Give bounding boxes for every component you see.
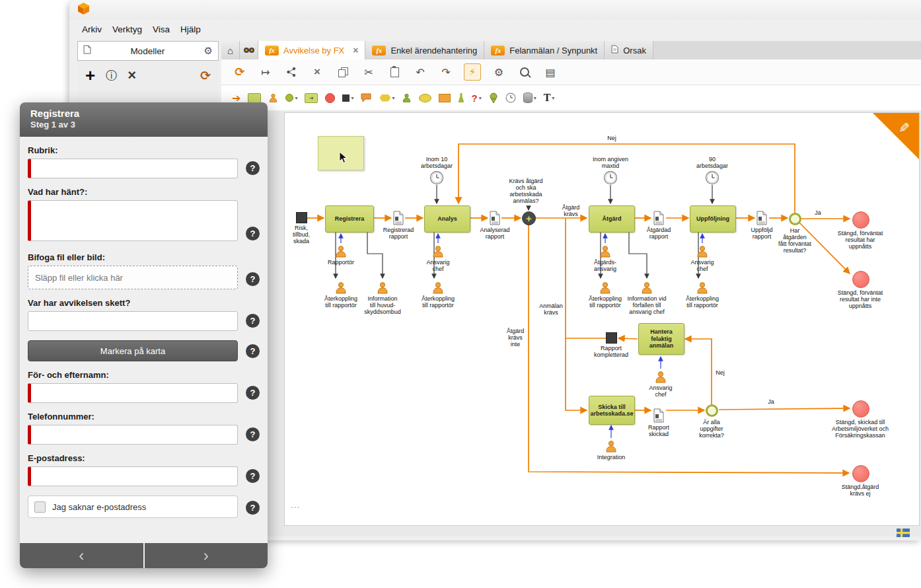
end-node[interactable] (852, 400, 869, 418)
help-icon[interactable]: ? (246, 386, 260, 400)
palette-database-icon[interactable]: ▾ (523, 92, 536, 103)
quick-mode-icon[interactable]: ⚡ (464, 63, 481, 81)
palette-pin-icon[interactable] (489, 92, 498, 104)
add-model-button[interactable]: + (85, 67, 95, 84)
text-input[interactable] (28, 159, 238, 178)
redo-icon[interactable]: ↷ (438, 64, 454, 80)
report-doc-icon[interactable] (756, 211, 768, 228)
task-node[interactable]: Uppföljning (690, 205, 736, 233)
map-button[interactable]: Markera på karta (28, 340, 238, 361)
next-step-button[interactable]: › (145, 543, 268, 568)
report-doc-icon[interactable] (392, 211, 404, 228)
task-node[interactable]: Hantera felaktig anmälan (638, 323, 684, 355)
menu-hjalp[interactable]: Hjälp (176, 22, 205, 36)
timer-icon[interactable] (603, 170, 618, 188)
status-node[interactable] (606, 332, 617, 344)
palette-rect-icon[interactable] (439, 94, 451, 102)
help-icon[interactable]: ? (246, 314, 260, 328)
menu-verktyg[interactable]: Verktyg (108, 22, 147, 36)
tab-enkel-arendehantering[interactable]: fx Enkel ärendehantering (365, 41, 484, 59)
task-node[interactable]: Åtgärd (589, 205, 635, 233)
text-input[interactable] (28, 311, 238, 331)
palette-end-icon[interactable] (325, 93, 335, 103)
swedish-flag-icon[interactable] (897, 528, 910, 540)
screen: Arkiv Verktyg Visa Hjälp Modeller ⚙ + ⓘ … (0, 0, 921, 588)
help-icon[interactable]: ? (246, 227, 260, 240)
refresh-icon[interactable]: ⟳ (232, 64, 248, 80)
close-tab-icon[interactable]: × (353, 45, 358, 55)
diagram-page[interactable]: ✎ ⋯ RegistreraAnalysÅtgärdUppföljningHan… (284, 112, 920, 526)
cut-icon[interactable]: ✂ (361, 64, 377, 80)
checkbox[interactable] (34, 501, 46, 513)
palette-actor-green-icon[interactable] (402, 93, 412, 103)
palette-task-arrow-icon[interactable] (305, 93, 318, 103)
copy-icon[interactable] (335, 64, 351, 80)
tab-avvikelse[interactable]: fx Avvikelse by FX × (258, 41, 365, 60)
text-input[interactable] (28, 466, 238, 486)
share-icon[interactable] (283, 64, 299, 80)
checkbox-row[interactable]: Jag saknar e-postadress (28, 496, 238, 518)
palette-text-icon[interactable]: T▾ (544, 92, 555, 104)
palette-comment-icon[interactable] (361, 93, 372, 103)
paste-icon[interactable] (387, 64, 402, 80)
status-node[interactable] (296, 212, 307, 223)
end-node[interactable] (852, 465, 869, 482)
task-node[interactable]: Analys (424, 205, 470, 233)
prev-step-button[interactable]: ‹ (20, 543, 143, 568)
help-icon[interactable]: ? (246, 427, 260, 441)
palette-ellipse-icon[interactable] (419, 94, 431, 102)
end-node[interactable] (852, 271, 869, 288)
report-doc-icon[interactable] (653, 211, 665, 228)
help-icon[interactable]: ? (246, 501, 260, 515)
report-doc-icon[interactable] (653, 408, 665, 425)
delete-icon[interactable]: × (309, 64, 325, 80)
node-label: Har åtgärden fått förväntat resultat? (774, 227, 816, 254)
help-icon[interactable]: ? (246, 161, 260, 175)
help-icon[interactable]: ? (246, 469, 260, 483)
palette-actor-orange-icon[interactable] (268, 93, 278, 103)
task-node[interactable]: Skicka till arbetsskada.se (589, 396, 635, 425)
palette-timer-icon[interactable] (505, 92, 516, 103)
textarea-input[interactable] (28, 200, 238, 241)
page-corner-fold[interactable] (873, 113, 919, 159)
tab-orsak[interactable]: Orsak (605, 41, 653, 59)
tab-felanmalan-synpunkt[interactable]: fx Felanmälan / Synpunkt (484, 41, 605, 59)
palette-question-icon[interactable]: ?▾ (471, 92, 481, 104)
palette-status-icon[interactable]: ▾ (342, 94, 353, 102)
timer-icon[interactable] (429, 170, 444, 188)
palette-decision-icon[interactable]: ▾ (379, 94, 394, 102)
zoom-icon[interactable] (517, 64, 533, 80)
or-gateway-node[interactable] (706, 404, 718, 417)
menu-visa[interactable]: Visa (148, 22, 174, 36)
report-doc-icon[interactable] (489, 211, 501, 228)
plus-gateway-node[interactable]: + (522, 211, 536, 225)
end-node[interactable] (852, 211, 869, 229)
dialog-header[interactable]: Registrera Steg 1 av 3 (20, 102, 268, 137)
undo-icon[interactable]: ↶ (412, 64, 428, 80)
menu-arkiv[interactable]: Arkiv (77, 22, 106, 36)
info-icon[interactable]: ⓘ (106, 68, 117, 83)
file-dropzone[interactable]: Släpp fil eller klicka här (28, 266, 238, 289)
palette-node-icon[interactable]: ▾ (285, 94, 297, 102)
remove-model-button[interactable]: × (128, 68, 136, 83)
tab-home[interactable]: ⌂ (221, 41, 240, 59)
task-node[interactable]: Registrera (325, 205, 374, 233)
text-input[interactable] (28, 425, 238, 445)
refresh-models-button[interactable]: ⟳ (200, 68, 211, 83)
publish-icon[interactable]: ↦ (258, 64, 274, 80)
timer-icon[interactable] (705, 170, 719, 188)
help-icon[interactable]: ? (246, 272, 260, 286)
palette-flask-icon[interactable] (458, 93, 464, 102)
palette-task-icon[interactable] (248, 93, 261, 103)
flow-label: Ja (815, 209, 821, 216)
tab-search-models[interactable] (240, 41, 258, 59)
node-label: Återkoppling till rapportör (414, 295, 462, 309)
page-overflow-indicator: ⋯ (290, 501, 300, 513)
gear-icon[interactable]: ⚙ (204, 45, 213, 57)
help-icon[interactable]: ? (246, 344, 260, 358)
properties-panel-icon[interactable]: ▤ (542, 64, 558, 80)
text-input[interactable] (28, 383, 238, 403)
tabstrip: ⌂ fx Avvikelse by FX × fx Enkel ärendeha… (221, 41, 921, 60)
or-gateway-node[interactable] (789, 213, 801, 225)
settings-gear-icon[interactable]: ⚙ (491, 64, 507, 80)
